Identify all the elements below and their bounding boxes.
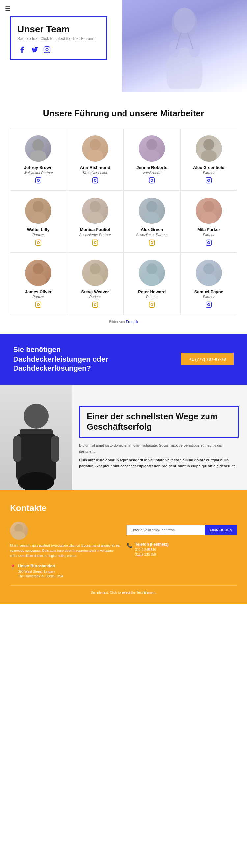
svg-rect-28 — [35, 240, 41, 246]
member-9-name: James Oliver — [25, 289, 52, 294]
team-card-5: Walter Lilly Partner — [10, 191, 67, 253]
svg-point-49 — [37, 304, 39, 306]
svg-rect-8 — [35, 178, 41, 183]
team-card-4: Alex Greenfield Partner — [181, 128, 238, 191]
svg-point-72 — [15, 524, 23, 532]
contact-grid: Minim veniam, quis nostrud exercitation … — [10, 522, 237, 579]
member-2-instagram-icon[interactable] — [92, 177, 99, 185]
svg-point-54 — [94, 304, 96, 306]
about-title-box: Einer der schnellsten Wege zum Geschäfts… — [79, 406, 239, 438]
svg-point-41 — [203, 201, 214, 212]
contact-section: Kontakte Minim veniam, quis nostrud exer… — [0, 490, 247, 604]
avatar-monica — [82, 197, 108, 224]
team-card-3: Jennie Roberts Vorsitzende — [124, 128, 181, 191]
member-11-name: Peter Howard — [138, 289, 166, 294]
contact-address-title: Unser Bürostandort — [18, 564, 63, 568]
member-4-instagram-icon[interactable] — [205, 177, 212, 185]
contact-desc: Minim veniam, quis nostrud exercitation … — [10, 543, 120, 559]
svg-point-16 — [146, 139, 158, 150]
member-7-role: Assoziierter Partner — [136, 233, 168, 237]
svg-rect-33 — [92, 240, 98, 246]
contact-address-block: 📍 Unser Bürostandort 390 West Street Hun… — [10, 564, 120, 579]
svg-rect-70 — [13, 436, 21, 462]
hero-content: Unser Team Sample text. Click to select … — [10, 17, 107, 60]
about-title: Einer der schnellsten Wege zum Geschäfts… — [87, 411, 231, 432]
about-content: Einer der schnellsten Wege zum Geschäfts… — [73, 385, 247, 490]
svg-point-50 — [39, 303, 40, 304]
svg-point-14 — [94, 180, 96, 182]
member-6-name: Monica Pouliot — [80, 227, 110, 232]
team-card-2: Ann Richmond Kreativer Leiter — [67, 128, 124, 191]
contact-address-line1: 390 West Street Hungary — [18, 569, 63, 574]
contact-phone-block: 📞 Telefon (Festnetz) 312 9 345 546 312 9… — [127, 542, 237, 557]
contact-footer-text: Sample text. Click to select the Text El… — [90, 591, 157, 594]
member-4-role: Partner — [203, 170, 215, 175]
menu-icon[interactable]: ☰ — [5, 5, 10, 12]
member-9-instagram-icon[interactable] — [35, 301, 42, 310]
member-10-instagram-icon[interactable] — [92, 301, 99, 310]
contact-submit-button[interactable]: EINREICHEN — [205, 525, 237, 535]
member-5-instagram-icon[interactable] — [35, 239, 42, 247]
member-3-instagram-icon[interactable] — [148, 177, 155, 185]
team-card-11: Peter Howard Partner — [124, 253, 181, 315]
svg-point-40 — [153, 241, 154, 242]
svg-point-66 — [24, 404, 49, 429]
freepik-link[interactable]: Freepik — [126, 320, 138, 324]
avatar-steve — [82, 260, 108, 286]
svg-point-47 — [30, 274, 46, 286]
twitter-icon[interactable] — [30, 45, 39, 54]
team-card-8: Mila Parker Partner — [181, 191, 238, 253]
contact-phone-line1: 312 9 345 546 — [135, 547, 169, 552]
member-6-instagram-icon[interactable] — [92, 239, 99, 247]
facebook-icon[interactable] — [18, 45, 27, 54]
member-3-name: Jennie Roberts — [136, 165, 167, 170]
location-icon: 📍 — [10, 564, 16, 569]
team-section-title: Unsere Führung und unsere Mitarbeiter — [10, 108, 237, 119]
svg-point-10 — [39, 179, 40, 180]
svg-point-29 — [37, 242, 39, 244]
svg-rect-53 — [92, 302, 98, 308]
member-11-role: Partner — [146, 295, 158, 299]
member-12-name: Samuel Payne — [194, 289, 223, 294]
member-12-instagram-icon[interactable] — [205, 301, 212, 310]
member-1-instagram-icon[interactable] — [35, 177, 42, 185]
svg-point-9 — [37, 180, 39, 182]
member-12-role: Partner — [203, 295, 215, 299]
contact-avatar — [10, 522, 28, 540]
svg-point-11 — [89, 139, 101, 150]
contact-left: Minim veniam, quis nostrud exercitation … — [10, 522, 120, 579]
svg-point-27 — [30, 212, 46, 224]
svg-rect-23 — [206, 178, 212, 183]
svg-point-17 — [144, 150, 160, 162]
svg-rect-0 — [44, 47, 50, 53]
cta-phone-button[interactable]: +1 (777) 787-87-78 — [181, 353, 234, 366]
avatar-samuel — [196, 260, 222, 286]
team-grid: Jeffrey Brown Weltweiter Partner Ann Ric… — [10, 128, 237, 315]
avatar-jennie — [139, 135, 165, 162]
instagram-icon[interactable] — [43, 45, 52, 54]
svg-rect-38 — [149, 240, 155, 246]
svg-point-7 — [30, 150, 47, 162]
about-image — [0, 385, 73, 490]
svg-point-6 — [32, 140, 44, 151]
svg-point-22 — [201, 150, 217, 162]
avatar-peter — [139, 260, 165, 286]
contact-email-input[interactable] — [127, 525, 205, 535]
member-1-name: Jeffrey Brown — [24, 165, 53, 170]
svg-point-52 — [87, 274, 103, 286]
contact-right: EINREICHEN 📞 Telefon (Festnetz) 312 9 34… — [127, 522, 237, 579]
member-2-name: Ann Richmond — [80, 165, 110, 170]
avatar-alex-g — [196, 135, 222, 162]
svg-rect-13 — [92, 178, 98, 183]
svg-point-73 — [12, 531, 25, 540]
avatar-mila — [196, 197, 222, 224]
svg-point-56 — [146, 263, 158, 274]
member-8-instagram-icon[interactable] — [205, 239, 212, 247]
member-7-instagram-icon[interactable] — [148, 239, 155, 247]
svg-rect-43 — [206, 240, 212, 246]
about-section: Einer der schnellsten Wege zum Geschäfts… — [0, 385, 247, 490]
member-8-role: Partner — [203, 233, 215, 237]
svg-rect-18 — [149, 178, 155, 183]
member-11-instagram-icon[interactable] — [148, 301, 155, 310]
svg-point-21 — [203, 139, 214, 150]
